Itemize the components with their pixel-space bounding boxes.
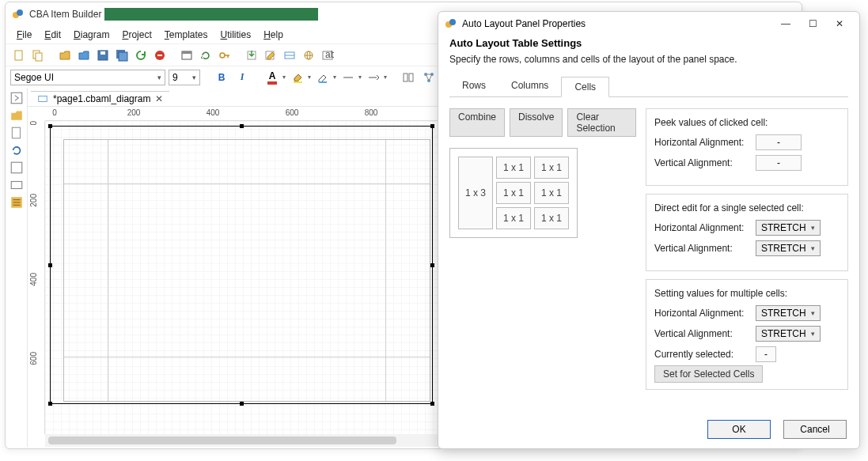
set-selected-button[interactable]: Set for Selected Cells [654, 365, 763, 383]
menu-utilities[interactable]: Utilities [215, 28, 256, 42]
bold-button[interactable]: B [213, 69, 230, 86]
svg-rect-12 [182, 51, 191, 54]
menu-file[interactable]: File [12, 28, 36, 42]
italic-button[interactable]: I [233, 69, 251, 86]
single-v-select[interactable]: STRETCH▾ [756, 240, 821, 256]
dialog-icon [445, 17, 457, 30]
cell-2-0[interactable]: 1 x 1 [496, 207, 531, 229]
svg-rect-34 [11, 162, 22, 173]
dialog: Auto Layout Panel Properties ― ☐ ✕ Auto … [438, 11, 860, 449]
menu-edit[interactable]: Edit [40, 28, 66, 42]
peek-v-label: Vertical Alignment: [654, 157, 756, 168]
menu-templates[interactable]: Templates [160, 28, 213, 42]
left-sidebar [6, 88, 28, 447]
peek-v-value: - [756, 155, 802, 171]
peek-title: Peek values of clicked cell: [654, 117, 840, 128]
panel-icon[interactable] [281, 47, 298, 64]
clear-selection-button[interactable]: Clear Selection [567, 108, 636, 137]
stop-icon[interactable] [151, 47, 169, 64]
selection-frame[interactable] [50, 126, 433, 404]
svg-rect-35 [11, 182, 22, 189]
window-icon[interactable] [178, 47, 195, 64]
folder-blue-icon[interactable] [75, 47, 93, 64]
multi-h-select[interactable]: STRETCH▾ [756, 305, 821, 321]
cell-1-0[interactable]: 1 x 1 [496, 182, 531, 204]
multi-v-label: Vertical Alignment: [654, 328, 756, 339]
combine-button[interactable]: Combine [449, 108, 505, 137]
menu-diagram[interactable]: Diagram [69, 28, 114, 42]
dialog-subheading: Specify the rows, columns and cells of t… [449, 54, 848, 65]
svg-rect-27 [404, 74, 407, 81]
import-icon[interactable] [243, 47, 260, 64]
single-h-select[interactable]: STRETCH▾ [756, 220, 821, 236]
dissolve-button[interactable]: Dissolve [510, 108, 563, 137]
ok-button[interactable]: OK [707, 420, 771, 439]
single-title: Direct edit for a single selected cell: [654, 202, 840, 213]
dialog-title: Auto Layout Panel Properties [462, 18, 586, 29]
tab-rows[interactable]: Rows [449, 76, 498, 96]
svg-point-42 [449, 19, 456, 25]
refresh-icon[interactable] [132, 47, 150, 64]
cycle-icon[interactable] [197, 47, 214, 64]
side-panel-icon[interactable] [9, 178, 24, 192]
svg-rect-2 [15, 51, 22, 60]
cell-2-1[interactable]: 1 x 1 [534, 207, 569, 229]
globe-icon[interactable] [300, 47, 317, 64]
svg-point-1 [17, 9, 23, 16]
edit-icon[interactable] [262, 47, 279, 64]
font-color-button[interactable]: A [263, 69, 281, 86]
svg-text:ab: ab [325, 49, 334, 60]
copy-icon[interactable] [29, 47, 47, 64]
svg-rect-33 [12, 127, 20, 138]
font-select[interactable]: Segoe UI▾ [10, 70, 165, 85]
cell-0-1[interactable]: 1 x 1 [534, 157, 569, 179]
svg-rect-40 [39, 96, 47, 102]
size-select[interactable]: 9▾ [169, 70, 200, 85]
align-button[interactable] [400, 69, 417, 86]
dialog-title-bar: Auto Layout Panel Properties ― ☐ ✕ [438, 12, 859, 36]
arrow-style-button[interactable] [365, 69, 382, 86]
multi-v-select[interactable]: STRETCH▾ [756, 326, 821, 342]
layout-grid [63, 139, 430, 402]
menu-project[interactable]: Project [117, 28, 156, 42]
line-style-button[interactable] [339, 69, 357, 86]
cell-1-1[interactable]: 1 x 1 [534, 182, 569, 204]
save-all-icon[interactable] [113, 47, 131, 64]
cell-1x3[interactable]: 1 x 3 [458, 157, 493, 229]
key-icon[interactable] [216, 47, 233, 64]
side-list-icon[interactable] [9, 195, 24, 210]
new-icon[interactable] [10, 47, 28, 64]
maximize-button[interactable]: ☐ [799, 15, 826, 32]
peek-h-value: - [756, 134, 802, 150]
svg-rect-4 [36, 53, 42, 61]
svg-rect-28 [409, 74, 413, 81]
cell-0-0[interactable]: 1 x 1 [496, 157, 531, 179]
text-frame-icon[interactable]: ab [319, 47, 336, 64]
document-tab[interactable]: *page1.cbaml_diagram ✕ [31, 91, 169, 106]
close-button[interactable]: ✕ [826, 15, 853, 32]
side-refresh-icon[interactable] [9, 143, 24, 157]
fill-color-button[interactable] [289, 69, 306, 86]
multi-title: Setting values for multiple cells: [654, 288, 840, 299]
menu-help[interactable]: Help [259, 28, 288, 42]
save-icon[interactable] [94, 47, 112, 64]
dialog-tabs: Rows Columns Cells [449, 76, 848, 97]
doc-tab-icon [37, 93, 48, 104]
svg-rect-10 [157, 55, 162, 56]
side-doc-icon[interactable] [9, 126, 24, 140]
single-group: Direct edit for a single selected cell: … [646, 194, 848, 271]
network-icon[interactable] [420, 69, 438, 86]
ruler-vertical: 0 200 400 600 [28, 121, 45, 434]
cancel-button[interactable]: Cancel [783, 420, 847, 439]
tab-columns[interactable]: Columns [498, 76, 561, 96]
minimize-button[interactable]: ― [772, 15, 799, 32]
side-expand-icon[interactable] [9, 91, 24, 105]
open-icon[interactable] [56, 47, 74, 64]
side-folder-icon[interactable] [9, 108, 24, 123]
highlight-button[interactable] [314, 69, 332, 86]
tab-cells[interactable]: Cells [561, 77, 609, 97]
side-collapse-icon[interactable] [9, 161, 24, 175]
multi-group: Setting values for multiple cells: Horiz… [646, 279, 848, 390]
close-tab-icon[interactable]: ✕ [155, 93, 163, 104]
dialog-heading: Auto Layout Table Settings [449, 37, 848, 49]
